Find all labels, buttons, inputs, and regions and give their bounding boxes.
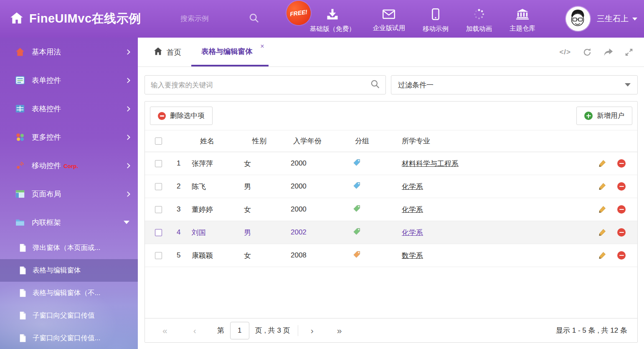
tab-toolbar: </> (559, 38, 644, 66)
prev-page-button[interactable]: ‹ (193, 326, 196, 335)
keyword-search-input[interactable] (151, 81, 370, 89)
row-checkbox[interactable] (155, 252, 162, 259)
major-link[interactable]: 数学系 (402, 251, 423, 260)
table-icon (15, 104, 25, 114)
page-number-input[interactable] (230, 322, 249, 339)
major-link[interactable]: 材料科学与工程系 (402, 159, 459, 168)
sidebar-subitem-child-to-parent-2[interactable]: 子窗口向父窗口传值... (0, 327, 138, 349)
sidebar-subitem-popup-window[interactable]: 弹出窗体（本页面或... (0, 237, 138, 259)
edit-icon[interactable] (598, 205, 606, 214)
edit-icon[interactable] (598, 182, 606, 191)
sidebar-subitem-grid-edit-window-2[interactable]: 表格与编辑窗体（不... (0, 282, 138, 304)
table-row[interactable]: 1 张萍萍 女 2000 材料科学与工程系 (145, 152, 637, 175)
table-row[interactable]: 4 刘国 男 2002 化学系 (145, 221, 637, 244)
delete-icon[interactable] (617, 251, 626, 260)
major-link[interactable]: 化学系 (402, 182, 423, 191)
bank-icon (516, 9, 529, 21)
sidebar-item-more-controls[interactable]: 更多控件 (0, 123, 138, 151)
avatar[interactable] (566, 7, 590, 31)
search-icon[interactable] (249, 13, 259, 25)
home-icon (15, 47, 25, 57)
sidebar-item-form-controls[interactable]: 表单控件 (0, 66, 138, 94)
tab-home[interactable]: 首页 (144, 38, 191, 66)
table-row[interactable]: 3 董婷婷 女 2000 化学系 (145, 198, 637, 221)
brand[interactable]: FineUIMvc在线示例 (10, 0, 141, 38)
file-icon (18, 288, 27, 298)
page-label-suffix: 页 , 共 3 页 (255, 326, 290, 335)
cell-name: 陈飞 (190, 182, 242, 191)
close-icon[interactable]: × (260, 43, 264, 50)
row-checkbox[interactable] (155, 206, 162, 213)
table-row[interactable]: 2 陈飞 男 2000 化学系 (145, 175, 637, 198)
button-label: 删除选中项 (170, 111, 205, 120)
cell-name: 张萍萍 (190, 159, 242, 168)
edit-icon[interactable] (598, 228, 606, 237)
delete-icon[interactable] (617, 182, 626, 191)
filter-dropdown[interactable]: 过滤条件一 (391, 75, 638, 94)
delete-icon[interactable] (617, 228, 626, 237)
envelope-icon (383, 9, 395, 21)
sidebar-item-label: 表单控件 (32, 75, 61, 85)
major-link[interactable]: 化学系 (402, 228, 423, 237)
chevron-down-icon (124, 221, 129, 224)
column-header-name[interactable]: 姓名 (190, 136, 242, 146)
username: 三生石上 (597, 13, 629, 24)
add-user-button[interactable]: 新增用户 (576, 107, 632, 125)
page-label-prefix: 第 (217, 326, 224, 335)
sidebar-item-label: 移动控件 (32, 160, 61, 171)
row-checkbox[interactable] (155, 160, 162, 167)
row-checkbox[interactable] (155, 229, 162, 236)
nav-item-theme-repo[interactable]: 主题仓库 (510, 5, 535, 33)
next-page-button[interactable]: › (311, 326, 314, 335)
sidebar-item-label: 内联框架 (32, 217, 61, 227)
column-header-year[interactable]: 入学年份 (289, 136, 351, 146)
share-icon[interactable] (603, 48, 613, 56)
tag-icon (352, 250, 361, 261)
column-header-gender[interactable]: 性别 (242, 136, 289, 146)
delete-icon[interactable] (617, 159, 626, 168)
major-link[interactable]: 化学系 (402, 205, 423, 214)
delete-selected-button[interactable]: 删除选中项 (150, 107, 213, 125)
sidebar-item-mobile-controls[interactable]: 移动控件 Corp. (0, 151, 138, 180)
header-user-area: 三生石上 (566, 0, 637, 38)
sidebar-subitem-grid-edit-window[interactable]: 表格与编辑窗体 (0, 259, 138, 282)
sidebar-item-grid-controls[interactable]: 表格控件 (0, 94, 138, 123)
source-code-icon[interactable]: </> (559, 48, 571, 56)
edit-icon[interactable] (598, 159, 606, 168)
cell-gender: 男 (242, 228, 289, 237)
nav-item-label: 移动示例 (423, 25, 449, 33)
sidebar-item-page-layout[interactable]: 页面布局 (0, 180, 138, 208)
sidebar-submenu: 弹出窗体（本页面或... 表格与编辑窗体 表格与编辑窗体（不... 子窗口向父窗… (0, 237, 138, 349)
last-page-button[interactable]: » (337, 326, 342, 335)
nav-item-enterprise-trial[interactable]: 企业版试用 (373, 5, 406, 33)
sidebar-item-iframe[interactable]: 内联框架 (0, 208, 138, 237)
refresh-icon[interactable] (583, 48, 592, 57)
edit-icon[interactable] (598, 251, 606, 260)
main-panel: 首页 表格与编辑窗体 × </> (138, 38, 644, 349)
row-checkbox[interactable] (155, 183, 162, 190)
nav-item-loading-animation[interactable]: 加载动画 (466, 4, 492, 33)
signal-icon (15, 160, 25, 171)
column-header-group[interactable]: 分组 (351, 136, 400, 146)
first-page-button[interactable]: « (162, 326, 167, 335)
search-icon[interactable] (370, 79, 380, 90)
home-icon (154, 47, 162, 57)
nav-item-mobile-demo[interactable]: 移动示例 (423, 4, 449, 33)
grid-toolbar: 删除选中项 新增用户 (145, 102, 637, 130)
expand-icon[interactable] (625, 48, 633, 56)
header-search-input[interactable] (180, 15, 243, 23)
username-menu[interactable]: 三生石上 (597, 13, 637, 24)
delete-icon[interactable] (617, 205, 626, 214)
tab-label: 首页 (167, 47, 181, 57)
nav-item-basic-edition[interactable]: 基础版（免费） (310, 4, 355, 33)
table-row[interactable]: 5 康颖颖 女 2008 数学系 (145, 244, 637, 267)
sidebar-subitem-child-to-parent[interactable]: 子窗口向父窗口传值 (0, 304, 138, 327)
chevron-right-icon (125, 106, 130, 112)
sidebar-item-basic-usage[interactable]: 基本用法 (0, 38, 138, 66)
sidebar-item-label: 更多控件 (32, 132, 61, 142)
column-header-major[interactable]: 所学专业 (400, 136, 591, 146)
select-all-checkbox[interactable] (155, 138, 162, 145)
tab-grid-edit-window[interactable]: 表格与编辑窗体 × (191, 38, 269, 66)
cell-name: 康颖颖 (190, 251, 242, 260)
sidebar-item-label: 表格控件 (32, 104, 61, 114)
